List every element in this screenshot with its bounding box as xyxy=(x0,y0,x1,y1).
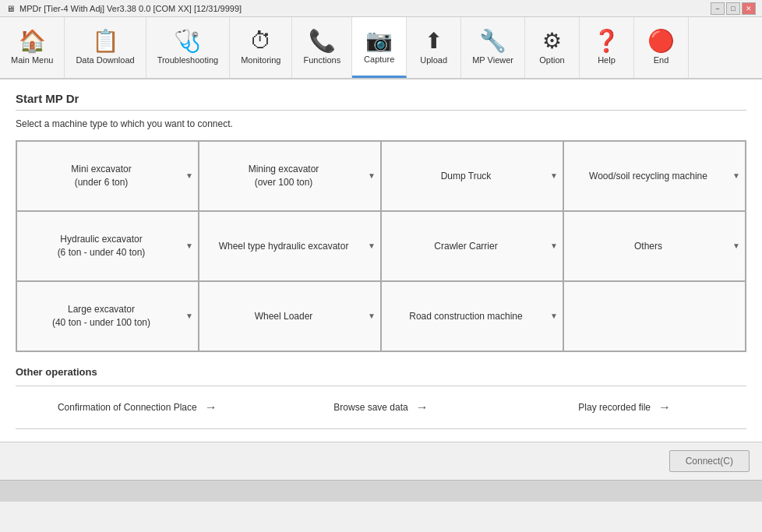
browse-arrow-icon: → xyxy=(416,400,429,414)
confirmation-label: Confirmation of Connection Place xyxy=(58,402,197,413)
toolbar-upload[interactable]: ⬆ Upload xyxy=(407,17,461,78)
toolbar-upload-label: Upload xyxy=(420,55,447,65)
upload-icon: ⬆ xyxy=(425,30,443,52)
dump-truck-dropdown-arrow[interactable]: ▼ xyxy=(550,171,558,181)
road-construction-dropdown-arrow[interactable]: ▼ xyxy=(550,311,558,322)
toolbar-monitoring-label: Monitoring xyxy=(241,55,280,65)
toolbar-functions-label: Functions xyxy=(303,55,340,65)
machine-hydraulic-excavator[interactable]: Hydraulic excavator (6 ton - under 40 to… xyxy=(16,211,199,281)
toolbar-mp-viewer-label: MP Viewer xyxy=(472,55,513,65)
machine-grid: Mini excavator (under 6 ton) ▼ Mining ex… xyxy=(16,140,746,352)
other-ops-row: Confirmation of Connection Place → Brows… xyxy=(16,386,746,429)
browse-label: Browse save data xyxy=(333,402,407,413)
large-excavator-label: Large excavator (40 ton - under 100 ton) xyxy=(52,303,150,329)
toolbar: 🏠 Main Menu 📋 Data Download 🩺 Troublesho… xyxy=(0,17,762,79)
machine-large-excavator[interactable]: Large excavator (40 ton - under 100 ton)… xyxy=(16,281,199,351)
machine-mining-excavator[interactable]: Mining excavator (over 100 ton) ▼ xyxy=(199,141,381,211)
hydraulic-excavator-label: Hydraulic excavator (6 ton - under 40 to… xyxy=(58,233,146,259)
capture-icon: 📷 xyxy=(365,30,393,51)
toolbar-troubleshooting-label: Troubleshooting xyxy=(157,55,218,65)
toolbar-capture[interactable]: 📷 Capture xyxy=(352,17,407,78)
play-arrow-icon: → xyxy=(658,400,671,414)
confirmation-arrow-icon: → xyxy=(205,400,217,414)
mini-excavator-dropdown-arrow[interactable]: ▼ xyxy=(185,171,193,181)
main-menu-icon: 🏠 xyxy=(19,30,46,52)
toolbar-capture-label: Capture xyxy=(364,55,394,64)
hydraulic-excavator-dropdown-arrow[interactable]: ▼ xyxy=(185,241,193,252)
wheel-loader-dropdown-arrow[interactable]: ▼ xyxy=(368,311,376,322)
toolbar-main-menu[interactable]: 🏠 Main Menu xyxy=(0,17,65,78)
other-op-play[interactable]: Play recorded file → xyxy=(503,396,746,419)
wheel-hydraulic-label: Wheel type hydraulic excavator xyxy=(219,240,349,253)
wood-soil-label: Wood/soil recycling machine xyxy=(589,170,707,183)
machine-crawler-carrier[interactable]: Crawler Carrier ▼ xyxy=(381,211,563,281)
end-icon: 🔴 xyxy=(647,30,675,52)
other-ops-title: Other operations xyxy=(16,366,746,378)
close-button[interactable]: ✕ xyxy=(742,2,756,15)
option-icon: ⚙ xyxy=(542,30,562,52)
toolbar-data-download[interactable]: 📋 Data Download xyxy=(65,17,146,78)
machine-wood-soil[interactable]: Wood/soil recycling machine ▼ xyxy=(563,141,746,211)
toolbar-end-label: End xyxy=(654,55,669,65)
status-bar xyxy=(0,480,762,502)
help-icon: ❓ xyxy=(593,30,620,52)
others-dropdown-arrow[interactable]: ▼ xyxy=(732,241,740,252)
section-title: Start MP Dr xyxy=(16,92,746,111)
mini-excavator-label: Mini excavator (under 6 ton) xyxy=(71,163,131,189)
other-op-browse[interactable]: Browse save data → xyxy=(259,396,503,419)
machine-others[interactable]: Others ▼ xyxy=(563,211,746,281)
toolbar-main-menu-label: Main Menu xyxy=(11,55,53,65)
crawler-carrier-dropdown-arrow[interactable]: ▼ xyxy=(550,241,558,252)
play-label: Play recorded file xyxy=(578,402,651,413)
other-op-confirmation[interactable]: Confirmation of Connection Place → xyxy=(16,396,259,419)
wheel-hydraulic-dropdown-arrow[interactable]: ▼ xyxy=(368,241,376,252)
app-icon: 🖥 xyxy=(6,4,15,13)
toolbar-end[interactable]: 🔴 End xyxy=(634,17,689,78)
toolbar-troubleshooting[interactable]: 🩺 Troubleshooting xyxy=(146,17,230,78)
other-operations: Other operations Confirmation of Connect… xyxy=(16,366,746,429)
minimize-button[interactable]: − xyxy=(711,2,725,15)
others-label: Others xyxy=(634,240,662,253)
machine-empty xyxy=(563,281,746,351)
toolbar-functions[interactable]: 📞 Functions xyxy=(292,17,352,78)
data-download-icon: 📋 xyxy=(92,30,119,52)
toolbar-monitoring[interactable]: ⏱ Monitoring xyxy=(230,17,292,78)
machine-mini-excavator[interactable]: Mini excavator (under 6 ton) ▼ xyxy=(16,141,199,211)
toolbar-help-label: Help xyxy=(598,55,616,65)
instruction-text: Select a machine type to which you want … xyxy=(16,118,746,129)
machine-dump-truck[interactable]: Dump Truck ▼ xyxy=(381,141,563,211)
monitoring-icon: ⏱ xyxy=(250,30,272,52)
machine-wheel-loader[interactable]: Wheel Loader ▼ xyxy=(199,281,381,351)
maximize-button[interactable]: □ xyxy=(726,2,740,15)
functions-icon: 📞 xyxy=(309,30,336,52)
toolbar-option[interactable]: ⚙ Option xyxy=(525,17,580,78)
title-bar: 🖥 MPDr [Tier-4 With Adj] Ver3.38 0.0 [CO… xyxy=(0,0,762,17)
road-construction-label: Road construction machine xyxy=(409,310,522,323)
troubleshooting-icon: 🩺 xyxy=(174,30,201,52)
footer: Connect(C) xyxy=(0,442,762,480)
connect-button[interactable]: Connect(C) xyxy=(669,450,750,472)
window-controls: − □ ✕ xyxy=(711,2,756,15)
dump-truck-label: Dump Truck xyxy=(441,170,492,183)
mining-excavator-dropdown-arrow[interactable]: ▼ xyxy=(368,171,376,181)
wheel-loader-label: Wheel Loader xyxy=(255,310,313,323)
toolbar-data-download-label: Data Download xyxy=(76,55,134,65)
machine-road-construction[interactable]: Road construction machine ▼ xyxy=(381,281,563,351)
main-content: Start MP Dr Select a machine type to whi… xyxy=(0,79,762,442)
toolbar-mp-viewer[interactable]: 🔧 MP Viewer xyxy=(461,17,525,78)
crawler-carrier-label: Crawler Carrier xyxy=(434,240,497,253)
mp-viewer-icon: 🔧 xyxy=(479,30,506,52)
title-text: MPDr [Tier-4 With Adj] Ver3.38 0.0 [COM … xyxy=(19,4,242,13)
toolbar-help[interactable]: ❓ Help xyxy=(580,17,634,78)
toolbar-option-label: Option xyxy=(539,55,564,65)
large-excavator-dropdown-arrow[interactable]: ▼ xyxy=(185,311,193,322)
wood-soil-dropdown-arrow[interactable]: ▼ xyxy=(732,171,740,181)
mining-excavator-label: Mining excavator (over 100 ton) xyxy=(249,163,319,189)
machine-wheel-hydraulic[interactable]: Wheel type hydraulic excavator ▼ xyxy=(199,211,381,281)
